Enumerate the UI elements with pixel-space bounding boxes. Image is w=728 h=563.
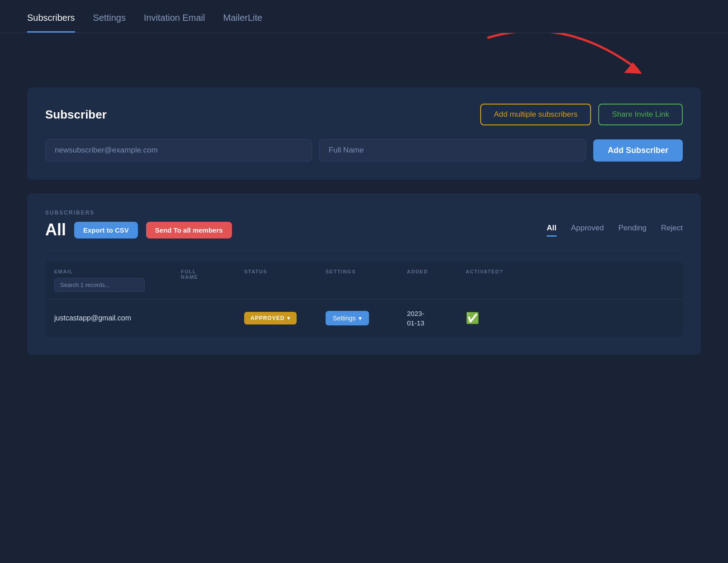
cell-settings: Settings ▾: [326, 311, 407, 325]
section-label: SUBSCRIBERS: [45, 210, 683, 216]
full-name-field[interactable]: [319, 139, 586, 162]
tab-subscribers[interactable]: Subscribers: [27, 13, 75, 33]
filter-approved[interactable]: Approved: [571, 224, 604, 237]
filter-all[interactable]: All: [547, 224, 557, 237]
tab-mailerlite[interactable]: MailerLite: [223, 13, 263, 33]
svg-marker-0: [624, 62, 642, 74]
share-invite-link-button[interactable]: Share Invite Link: [598, 104, 683, 125]
email-field[interactable]: [45, 139, 312, 162]
table-header: EMAIL FULLNAME STATUS SETTINGS ADDED ACT…: [45, 262, 683, 299]
col-added-label: ADDED: [407, 269, 466, 292]
tab-invitation-email[interactable]: Invitation Email: [144, 13, 205, 33]
add-multiple-subscribers-button[interactable]: Add multiple subscribers: [480, 104, 591, 125]
cell-activated: ✅: [466, 312, 538, 324]
card-title: Subscriber: [45, 108, 107, 122]
red-arrow-icon: [484, 33, 647, 83]
subscriber-card: Subscriber Add multiple subscribers Shar…: [27, 87, 701, 180]
tab-settings[interactable]: Settings: [93, 13, 126, 33]
chevron-down-icon: ▾: [359, 315, 362, 322]
all-title: All: [45, 220, 66, 239]
subscribers-section: SUBSCRIBERS All Export to CSV Send To al…: [27, 193, 701, 355]
cell-status: APPROVED ▾: [244, 312, 326, 324]
filter-reject[interactable]: Reject: [661, 224, 683, 237]
add-subscriber-button[interactable]: Add Subscriber: [593, 139, 683, 162]
activated-check-icon: ✅: [466, 312, 479, 324]
col-status-label: STATUS: [244, 269, 326, 292]
table-divider: [45, 250, 683, 251]
table-row: justcastapp@gmail.com APPROVED ▾ Setting…: [45, 299, 683, 337]
cell-email: justcastapp@gmail.com: [54, 314, 181, 322]
col-activated-label: ACTIVATED?: [466, 269, 538, 292]
email-column-header: EMAIL: [54, 269, 181, 292]
card-actions: Add multiple subscribers Share Invite Li…: [480, 104, 683, 125]
card-header: Subscriber Add multiple subscribers Shar…: [45, 104, 683, 125]
export-csv-button[interactable]: Export to CSV: [74, 222, 138, 239]
subscribers-table: EMAIL FULLNAME STATUS SETTINGS ADDED ACT…: [45, 262, 683, 337]
filter-pending[interactable]: Pending: [618, 224, 646, 237]
chevron-down-icon: ▾: [287, 315, 290, 321]
col-email-label: EMAIL: [54, 269, 181, 274]
add-subscriber-form: Add Subscriber: [45, 139, 683, 162]
email-search-input[interactable]: [54, 278, 145, 292]
cell-date-added: 2023-01-13: [407, 309, 466, 328]
filter-tabs: All Approved Pending Reject: [547, 224, 683, 237]
settings-button[interactable]: Settings ▾: [326, 311, 369, 325]
section-left: All Export to CSV Send To all members: [45, 220, 232, 239]
col-settings-label: SETTINGS: [326, 269, 407, 292]
col-fullname-label: FULLNAME: [181, 269, 244, 292]
arrow-annotation: [27, 33, 701, 87]
nav-tabs: Subscribers Settings Invitation Email Ma…: [0, 0, 728, 33]
send-to-all-members-button[interactable]: Send To all members: [146, 222, 232, 239]
section-header-row: All Export to CSV Send To all members Al…: [45, 220, 683, 239]
status-badge-approved[interactable]: APPROVED ▾: [244, 312, 297, 324]
